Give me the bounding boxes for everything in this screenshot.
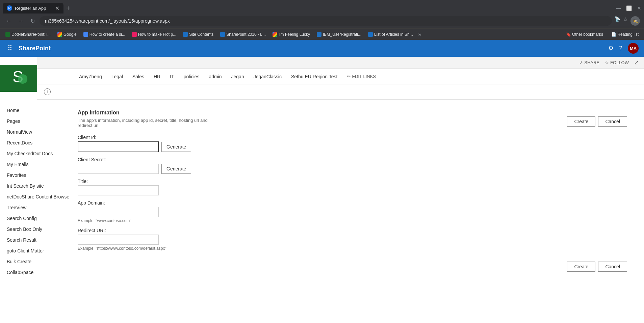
waffle-icon[interactable]: ⠿ <box>5 42 15 54</box>
bookmark-sharepoint2010[interactable]: SharePoint 2010 - L... <box>217 31 268 37</box>
incognito-avatar[interactable]: Incognito 🕵 <box>630 16 640 26</box>
tab-favicon: R <box>7 5 12 11</box>
create-button-bottom[interactable]: Create <box>567 262 595 272</box>
sidebar-item-normalview[interactable]: NormalView <box>0 127 68 137</box>
bookmark-create-si[interactable]: How to create a si... <box>81 31 128 37</box>
redirect-uri-input[interactable] <box>78 235 159 245</box>
sp-content-inner: Create Cancel App Information The app's … <box>78 110 634 278</box>
bookmark-favicon-feeling-lucky <box>273 32 277 37</box>
sidebar-item-favorites[interactable]: Favorites <box>0 170 68 181</box>
svg-point-2 <box>18 74 27 84</box>
sidebar-item-intsearchbysite[interactable]: Int Search By site <box>0 181 68 191</box>
sidebar-item-treeview[interactable]: TreeView <box>0 202 68 213</box>
back-button[interactable]: ← <box>4 17 14 25</box>
sidebar-item-searchboxonly[interactable]: Search Box Only <box>0 224 68 235</box>
client-secret-input[interactable] <box>78 164 159 174</box>
refresh-button[interactable]: ↻ <box>28 17 37 26</box>
incognito-icon: 🕵 <box>633 19 638 23</box>
reading-list-button[interactable]: 📄 Reading list <box>609 31 641 37</box>
sidebar-item-searchconfig[interactable]: Search Config <box>0 213 68 224</box>
sp-content: Create Cancel App Information The app's … <box>68 100 644 302</box>
nav-item-it[interactable]: IT <box>165 70 179 83</box>
bookmark-favicon-sharepoint2010 <box>220 32 225 37</box>
bookmark-list-articles[interactable]: List of Articles in Sh... <box>365 31 416 37</box>
generate-client-secret-button[interactable]: Generate <box>161 164 191 174</box>
expand-icon[interactable]: ⤢ <box>634 59 639 66</box>
client-secret-field-group: Client Secret: Generate <box>78 157 634 174</box>
address-bar: ← → ↻ 📡 ☆ Incognito 🕵 <box>0 14 644 28</box>
share-icon: ↗ <box>579 60 583 65</box>
follow-button[interactable]: ☆ FOLLOW <box>605 60 629 65</box>
nav-item-policies[interactable]: policies <box>179 70 204 83</box>
sidebar-item-recentdocs[interactable]: RecentDocs <box>0 137 68 148</box>
sidebar-item-myemails[interactable]: My Emails <box>0 159 68 170</box>
bookmark-site-contents[interactable]: Site Contents <box>180 31 216 37</box>
bookmark-favicon-google <box>57 32 62 37</box>
bookmarks-more-button[interactable]: » <box>418 31 421 37</box>
sidebar-item-mycheckedoutdocs[interactable]: My CheckedOut Docs <box>0 148 68 159</box>
nav-item-amyzheng[interactable]: AmyZheng <box>74 70 107 83</box>
sharepoint-app: ⠿ SharePoint ⚙ ? MA S ↗ SHARE ☆ FOLLOW <box>0 40 644 302</box>
sidebar-item-collabspace[interactable]: CollabSpace <box>0 267 68 278</box>
nav-item-jeganclassic[interactable]: JeganClassic <box>249 70 286 83</box>
sidebar-item-pages[interactable]: Pages <box>0 116 68 127</box>
url-input[interactable] <box>40 16 612 26</box>
sidebar-item-home[interactable]: Home <box>0 105 68 116</box>
form-section-title: App Information <box>78 110 634 116</box>
sidebar-item-searchresult[interactable]: Search Result <box>0 235 68 245</box>
sidebar-item-netdocshare[interactable]: netDocShare Content Browse <box>0 191 68 202</box>
reading-list-icon: 📄 <box>611 32 616 37</box>
forward-button[interactable]: → <box>16 17 26 25</box>
nav-item-admin[interactable]: admin <box>204 70 226 83</box>
bookmark-dotnetsharepoint[interactable]: DotNetSharePoint: i... <box>3 31 53 37</box>
create-button-top[interactable]: Create <box>567 116 595 127</box>
bookmark-favicon-dotnetsharepoint <box>5 32 10 37</box>
tab-close-button[interactable]: ✕ <box>55 5 59 11</box>
close-icon[interactable]: ✕ <box>637 5 641 11</box>
edit-icon: ✏ <box>347 74 351 79</box>
title-input-row <box>78 185 634 195</box>
cast-icon: 📡 <box>615 16 620 26</box>
minimize-icon[interactable]: — <box>616 5 621 11</box>
bookmark-star-icon[interactable]: ☆ <box>623 16 628 26</box>
help-icon[interactable]: ? <box>619 45 622 52</box>
nav-item-legal[interactable]: Legal <box>107 70 128 83</box>
client-id-input[interactable] <box>78 141 159 152</box>
generate-client-id-button[interactable]: Generate <box>161 142 191 152</box>
maximize-icon[interactable]: ⬜ <box>626 5 632 11</box>
title-input[interactable] <box>78 185 159 195</box>
nav-item-hr[interactable]: HR <box>149 70 165 83</box>
bookmark-flot[interactable]: How to make Flot p... <box>129 31 179 37</box>
settings-icon[interactable]: ⚙ <box>608 45 614 52</box>
cancel-button-top[interactable]: Cancel <box>598 116 627 127</box>
bookmark-feeling-lucky[interactable]: I'm Feeling Lucky <box>270 31 313 37</box>
info-icon[interactable]: i <box>44 88 51 95</box>
nav-item-sethu[interactable]: Sethu EU Region Test <box>286 70 342 83</box>
user-avatar[interactable]: MA <box>628 43 639 54</box>
app-domain-input[interactable] <box>78 207 159 217</box>
sp-site-logo: S <box>0 65 37 92</box>
edit-links-button[interactable]: ✏ EDIT LINKS <box>342 70 381 83</box>
client-secret-input-row: Generate <box>78 164 634 174</box>
nav-item-jegan[interactable]: Jegan <box>227 70 249 83</box>
bookmark-google[interactable]: Google <box>55 31 79 37</box>
title-field-group: Title: <box>78 179 634 195</box>
sidebar-item-bulkcreate[interactable]: Bulk Create <box>0 256 68 267</box>
new-tab-button[interactable]: + <box>63 4 73 12</box>
app-domain-hint: Example: "www.contoso.com" <box>78 218 634 223</box>
app-domain-input-row <box>78 207 634 217</box>
sidebar-item-gotoclientmatter[interactable]: goto Client Matter <box>0 245 68 256</box>
title-label: Title: <box>78 179 634 184</box>
bookmark-favicon-list-articles <box>368 32 373 37</box>
share-button[interactable]: ↗ SHARE <box>579 60 599 65</box>
bookmark-favicon-flot <box>132 32 137 37</box>
other-bookmarks-button[interactable]: 🔖 Other bookmarks <box>563 31 606 37</box>
bookmark-ibm[interactable]: IBM_UserRegistrati... <box>314 31 364 37</box>
tab-bar-icons: — ⬜ ✕ <box>616 5 641 11</box>
browser-chrome: R Register an App ✕ + — ⬜ ✕ ← → ↻ 📡 ☆ In… <box>0 0 644 40</box>
nav-item-sales[interactable]: Sales <box>128 70 149 83</box>
form-section: App Information The app's information, i… <box>78 110 634 251</box>
active-tab[interactable]: R Register an App ✕ <box>3 3 63 14</box>
cancel-button-bottom[interactable]: Cancel <box>598 262 627 272</box>
sp-header: ⠿ SharePoint ⚙ ? MA <box>0 40 644 57</box>
